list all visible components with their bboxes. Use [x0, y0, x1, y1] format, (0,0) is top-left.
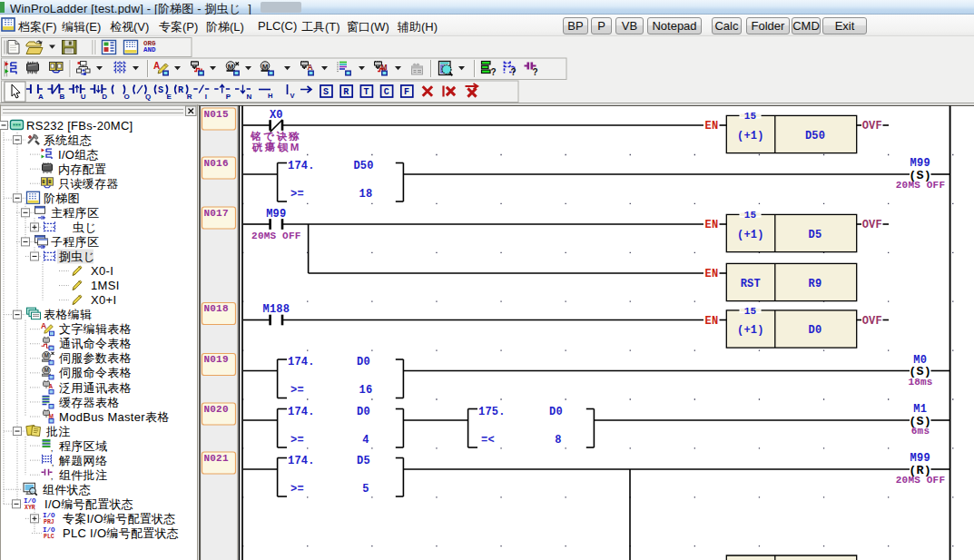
- svg-text:ModBus Master表格: ModBus Master表格: [59, 410, 170, 424]
- svg-text:虫じ: 虫じ: [73, 221, 97, 234]
- svg-text:20MS OFF: 20MS OFF: [896, 475, 945, 486]
- svg-text:R: R: [178, 85, 183, 95]
- svg-text:M99: M99: [266, 208, 286, 221]
- svg-text:1MSI: 1MSI: [91, 279, 120, 292]
- svg-text:N016: N016: [204, 158, 229, 169]
- svg-text:X0+I: X0+I: [91, 293, 116, 307]
- svg-text:程序区域: 程序区域: [59, 439, 107, 453]
- svg-text:主程序区: 主程序区: [51, 206, 99, 220]
- svg-text:8: 8: [555, 434, 561, 447]
- svg-text:M: M: [44, 352, 48, 359]
- svg-text:只读缓存器: 只读缓存器: [58, 177, 119, 191]
- svg-text:RST: RST: [741, 278, 761, 290]
- svg-text:20MS OFF: 20MS OFF: [251, 231, 300, 241]
- svg-text:PLC: PLC: [44, 534, 54, 540]
- svg-text:S: S: [323, 87, 329, 97]
- svg-text:通讯命令表格: 通讯命令表格: [59, 337, 132, 350]
- svg-text:硄瘍钡M: 硄瘍钡M: [251, 141, 301, 152]
- svg-text:C: C: [384, 87, 389, 97]
- svg-text:OVF: OVF: [862, 315, 882, 328]
- svg-text:N021: N021: [204, 453, 229, 464]
- svg-text:=<: =<: [481, 434, 495, 447]
- svg-text:,: ,: [51, 445, 53, 453]
- svg-text:文字编辑表格: 文字编辑表格: [59, 322, 132, 336]
- svg-text:P: P: [226, 93, 231, 101]
- svg-text:?: ?: [533, 67, 538, 77]
- svg-text:N: N: [247, 93, 252, 101]
- svg-text:M0: M0: [913, 354, 927, 367]
- svg-text:缓存器表格: 缓存器表格: [59, 396, 120, 409]
- svg-text:D: D: [102, 93, 107, 101]
- svg-text:(+1): (+1): [737, 324, 764, 337]
- svg-text:泛用通讯表格: 泛用通讯表格: [59, 381, 132, 395]
- svg-text:15: 15: [744, 306, 757, 317]
- svg-text:PRJ: PRJ: [44, 519, 54, 526]
- svg-text:20MS OFF: 20MS OFF: [896, 180, 945, 191]
- svg-text:(+1): (+1): [737, 130, 764, 142]
- svg-text:D0: D0: [357, 406, 370, 418]
- svg-text:174.: 174.: [288, 455, 315, 467]
- svg-text:EN: EN: [705, 268, 719, 280]
- svg-text:A: A: [41, 321, 46, 330]
- svg-text:>=: >=: [290, 483, 304, 496]
- svg-text:M: M: [44, 367, 48, 373]
- svg-text:4: 4: [362, 434, 369, 447]
- svg-text:O: O: [124, 93, 130, 101]
- svg-text:>=: >=: [290, 434, 304, 447]
- svg-text:V: V: [290, 92, 295, 100]
- svg-text:N017: N017: [204, 208, 229, 219]
- svg-text:I/O: I/O: [43, 526, 55, 534]
- svg-text:EN: EN: [705, 219, 719, 231]
- svg-text:174.: 174.: [288, 160, 315, 172]
- svg-text:A: A: [49, 383, 54, 389]
- svg-text:174.: 174.: [288, 406, 315, 418]
- svg-text:U: U: [81, 93, 86, 101]
- svg-text:M: M: [228, 63, 234, 71]
- svg-text:I/O组态: I/O组态: [58, 148, 99, 162]
- svg-text:,: ,: [51, 473, 53, 481]
- svg-text:捌虫じ: 捌虫じ: [58, 250, 95, 263]
- svg-text:R9: R9: [809, 278, 822, 290]
- svg-text:D50: D50: [353, 160, 373, 172]
- svg-text:M: M: [49, 413, 54, 419]
- svg-text:,: ,: [52, 459, 54, 467]
- svg-text:15: 15: [744, 111, 757, 122]
- svg-text:D50: D50: [805, 130, 825, 142]
- svg-text:D5: D5: [809, 229, 822, 241]
- svg-text:OVF: OVF: [862, 120, 882, 133]
- svg-text:I/O编号配置状态: I/O编号配置状态: [44, 497, 133, 511]
- svg-text:5: 5: [362, 483, 369, 496]
- svg-text:S: S: [158, 85, 163, 95]
- svg-text:D5: D5: [357, 455, 370, 467]
- svg-text:A: A: [308, 63, 313, 72]
- svg-text:M99: M99: [910, 157, 930, 170]
- svg-text:内存配置: 内存配置: [58, 162, 106, 176]
- svg-text:铭で诀猕: 铭で诀猕: [250, 131, 301, 142]
- svg-text:16: 16: [359, 384, 373, 397]
- svg-text:专案I/O编号配置状态: 专案I/O编号配置状态: [63, 512, 176, 526]
- svg-text:子程序区: 子程序区: [51, 235, 99, 249]
- svg-text:?: ?: [511, 67, 517, 77]
- svg-text:R: R: [343, 87, 349, 97]
- svg-text:伺服命令表格: 伺服命令表格: [58, 366, 132, 379]
- svg-text:M: M: [262, 63, 269, 71]
- svg-text:组件批注: 组件批注: [59, 468, 107, 482]
- svg-text:D0: D0: [809, 324, 822, 337]
- svg-text:N015: N015: [204, 109, 229, 120]
- svg-text:F: F: [404, 87, 409, 97]
- svg-text:M: M: [381, 63, 388, 72]
- svg-text:伺服参数表格: 伺服参数表格: [58, 351, 132, 365]
- svg-text:M99: M99: [910, 452, 930, 465]
- svg-text:15: 15: [744, 210, 757, 221]
- svg-text:X0-I: X0-I: [91, 264, 113, 278]
- svg-text:B: B: [59, 93, 64, 101]
- svg-text:批注: 批注: [45, 425, 71, 438]
- svg-text:I: I: [205, 93, 207, 101]
- svg-text:E: E: [167, 93, 172, 101]
- svg-text:I/O: I/O: [43, 512, 55, 519]
- svg-text:>=: >=: [290, 384, 304, 397]
- svg-text:D0: D0: [357, 356, 370, 368]
- svg-text:Q: Q: [145, 93, 151, 101]
- svg-text:T: T: [364, 87, 369, 97]
- svg-text:OVF: OVF: [862, 219, 882, 231]
